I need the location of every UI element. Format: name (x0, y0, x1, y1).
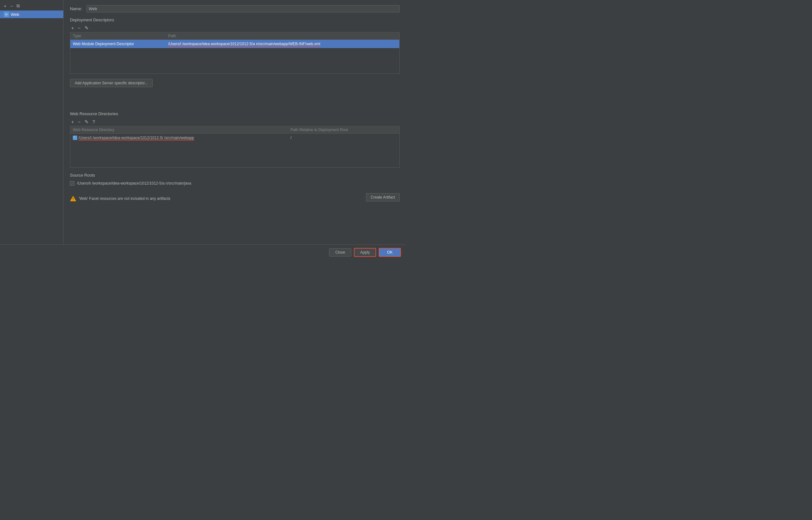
wrd-row-0[interactable]: /Users/l /workspace/idea-workspace/1012/… (70, 134, 399, 142)
bottom-bar: Close Apply OK (0, 244, 406, 260)
wrd-col-directory: Web Resource Directory (70, 126, 288, 133)
svg-rect-3 (74, 136, 75, 137)
source-roots-title: Source Roots (70, 173, 400, 178)
dd-col-type: Type (70, 32, 166, 40)
name-label: Name: (70, 6, 83, 11)
bottom-buttons: Close Apply OK (329, 248, 401, 257)
close-button[interactable]: Close (329, 248, 351, 257)
sidebar-header: + − ⧉ (0, 1, 63, 10)
deployment-descriptors-toolbar: + − ✎ (70, 25, 400, 31)
source-roots-section: Source Roots ✓ /Users/li /workspace/idea… (70, 173, 400, 186)
wrd-col-path-relative: Path Relative to Deployment Root (288, 126, 399, 133)
wrd-add-btn[interactable]: + (70, 119, 75, 125)
warning-message: 'Web' Facet resources are not included i… (79, 197, 170, 201)
wrd-relative-path-cell: / (288, 134, 399, 141)
wrd-table-header: Web Resource Directory Path Relative to … (70, 126, 399, 134)
dd-type-cell: Web Module Deployment Descriptor (70, 41, 166, 47)
wrd-remove-btn[interactable]: − (77, 119, 82, 125)
dd-row-0[interactable]: Web Module Deployment Descriptor /Users/… (70, 40, 399, 48)
warning-icon: ! (70, 196, 76, 202)
dd-empty-area (70, 48, 399, 74)
web-resource-directories-section: Web Resource Directories + − ✎ ? Web Res… (70, 111, 400, 173)
source-root-path: /Users/li /workspace/idea-workspace/1012… (77, 181, 191, 185)
sidebar-item-label: Web (11, 12, 19, 17)
add-descriptor-btn[interactable]: Add Application Server specific descript… (70, 79, 152, 87)
wrd-help-btn[interactable]: ? (91, 119, 96, 125)
svg-text:W: W (5, 14, 8, 16)
create-artifact-btn[interactable]: Create Artifact (366, 193, 400, 202)
deployment-descriptors-title: Deployment Descriptors (70, 18, 400, 22)
ok-button[interactable]: OK (379, 248, 401, 257)
deployment-descriptors-section: Deployment Descriptors + − ✎ Type Path W… (70, 18, 400, 92)
name-input[interactable] (86, 5, 400, 12)
source-root-item-0: ✓ /Users/li /workspace/idea-workspace/10… (70, 180, 400, 186)
dd-path-value: /Users/l /workspace/idea-workspace/1012/… (168, 42, 320, 46)
sidebar: + − ⧉ W Web (0, 0, 63, 244)
wrd-toolbar: + − ✎ ? (70, 119, 400, 125)
wrd-title: Web Resource Directories (70, 111, 400, 116)
deployment-descriptors-table: Type Path Web Module Deployment Descript… (70, 32, 400, 74)
warning-content: ! 'Web' Facet resources are not included… (70, 196, 170, 202)
apply-button[interactable]: Apply (354, 248, 376, 257)
web-module-icon: W (4, 12, 9, 17)
spacer-1 (70, 92, 400, 111)
svg-text:!: ! (73, 197, 74, 201)
dd-col-path: Path (166, 32, 399, 40)
add-module-btn[interactable]: + (3, 3, 8, 9)
dd-remove-btn[interactable]: − (77, 25, 82, 31)
wrd-table: Web Resource Directory Path Relative to … (70, 126, 400, 168)
source-root-checkbox[interactable]: ✓ (70, 181, 75, 185)
folder-icon (73, 135, 77, 140)
name-row: Name: (70, 5, 400, 12)
dd-edit-btn[interactable]: ✎ (83, 25, 90, 31)
warning-bar: ! 'Web' Facet resources are not included… (70, 193, 400, 202)
dd-path-cell: /Users/l /workspace/idea-workspace/1012/… (166, 41, 399, 47)
dd-table-header: Type Path (70, 32, 399, 40)
wrd-empty-area (70, 142, 399, 167)
wrd-path-value: /Users/l /workspace/idea-workspace/1012/… (79, 135, 194, 140)
main-content: Name: Deployment Descriptors + − ✎ Type … (63, 0, 406, 244)
sidebar-item-web[interactable]: W Web (0, 10, 63, 18)
wrd-directory-cell: /Users/l /workspace/idea-workspace/1012/… (70, 134, 288, 141)
remove-module-btn[interactable]: − (9, 3, 14, 9)
copy-module-btn[interactable]: ⧉ (15, 3, 21, 9)
wrd-edit-btn[interactable]: ✎ (83, 119, 90, 125)
dd-add-btn[interactable]: + (70, 25, 75, 31)
